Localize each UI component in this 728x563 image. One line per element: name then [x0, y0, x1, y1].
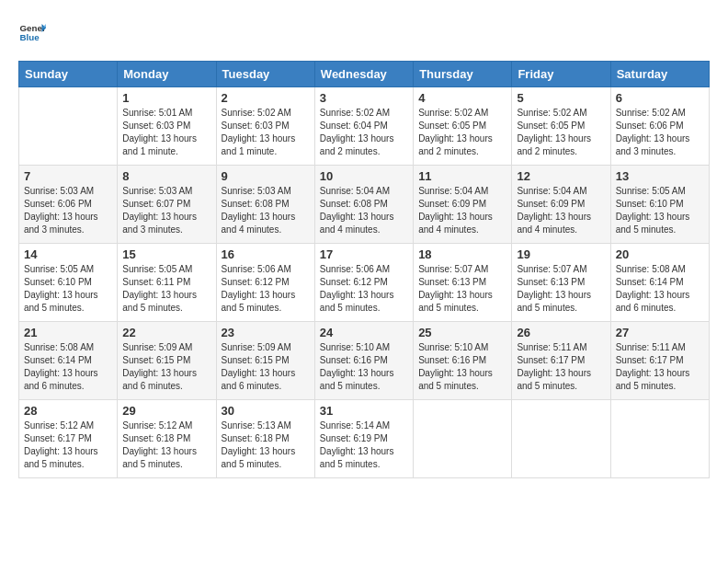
day-cell: 6 Sunrise: 5:02 AMSunset: 6:06 PMDayligh…: [610, 87, 709, 166]
logo: General Blue: [18, 18, 48, 46]
day-number: 21: [24, 326, 112, 339]
day-header-tuesday: Tuesday: [216, 62, 314, 87]
day-info: Sunrise: 5:02 AMSunset: 6:04 PMDaylight:…: [320, 107, 408, 158]
day-cell: [414, 400, 512, 478]
day-cell: 21 Sunrise: 5:08 AMSunset: 6:14 PMDaylig…: [19, 322, 118, 400]
day-info: Sunrise: 5:05 AMSunset: 6:10 PMDaylight:…: [24, 263, 112, 315]
day-header-monday: Monday: [118, 62, 216, 87]
day-info: Sunrise: 5:03 AMSunset: 6:07 PMDaylight:…: [122, 185, 210, 236]
day-cell: 24 Sunrise: 5:10 AMSunset: 6:16 PMDaylig…: [314, 322, 413, 400]
svg-text:Blue: Blue: [20, 32, 40, 42]
day-cell: 7 Sunrise: 5:03 AMSunset: 6:06 PMDayligh…: [19, 166, 118, 244]
day-info: Sunrise: 5:06 AMSunset: 6:12 PMDaylight:…: [320, 263, 408, 315]
day-number: 4: [418, 91, 506, 105]
day-cell: 14 Sunrise: 5:05 AMSunset: 6:10 PMDaylig…: [19, 244, 118, 322]
week-row-1: 1 Sunrise: 5:01 AMSunset: 6:03 PMDayligh…: [19, 87, 710, 166]
day-cell: 28 Sunrise: 5:12 AMSunset: 6:17 PMDaylig…: [19, 400, 118, 478]
week-row-3: 14 Sunrise: 5:05 AMSunset: 6:10 PMDaylig…: [19, 244, 710, 322]
day-number: 15: [122, 247, 210, 261]
day-info: Sunrise: 5:10 AMSunset: 6:16 PMDaylight:…: [320, 341, 408, 393]
day-info: Sunrise: 5:04 AMSunset: 6:09 PMDaylight:…: [418, 185, 506, 236]
day-number: 30: [222, 404, 310, 418]
day-cell: 10 Sunrise: 5:04 AMSunset: 6:08 PMDaylig…: [314, 166, 413, 244]
day-number: 26: [517, 326, 605, 339]
day-info: Sunrise: 5:06 AMSunset: 6:12 PMDaylight:…: [222, 263, 310, 315]
day-number: 8: [122, 169, 210, 183]
day-number: 25: [418, 326, 506, 339]
day-cell: [512, 400, 610, 478]
day-info: Sunrise: 5:03 AMSunset: 6:08 PMDaylight:…: [222, 185, 310, 236]
day-cell: 5 Sunrise: 5:02 AMSunset: 6:05 PMDayligh…: [512, 87, 610, 166]
day-cell: 3 Sunrise: 5:02 AMSunset: 6:04 PMDayligh…: [314, 87, 413, 166]
day-cell: 25 Sunrise: 5:10 AMSunset: 6:16 PMDaylig…: [414, 322, 512, 400]
day-info: Sunrise: 5:09 AMSunset: 6:15 PMDaylight:…: [222, 341, 310, 393]
day-number: 6: [616, 91, 704, 105]
day-cell: [19, 87, 118, 166]
day-number: 13: [616, 169, 704, 183]
day-cell: 18 Sunrise: 5:07 AMSunset: 6:13 PMDaylig…: [414, 244, 512, 322]
day-header-saturday: Saturday: [610, 62, 709, 87]
day-header-sunday: Sunday: [19, 62, 118, 87]
week-row-5: 28 Sunrise: 5:12 AMSunset: 6:17 PMDaylig…: [19, 400, 710, 478]
day-number: 7: [24, 169, 112, 183]
day-header-friday: Friday: [512, 62, 610, 87]
day-number: 10: [320, 169, 408, 183]
day-number: 31: [320, 404, 408, 418]
day-cell: 9 Sunrise: 5:03 AMSunset: 6:08 PMDayligh…: [216, 166, 314, 244]
calendar-table: SundayMondayTuesdayWednesdayThursdayFrid…: [18, 61, 710, 478]
day-number: 5: [517, 91, 605, 105]
day-cell: 23 Sunrise: 5:09 AMSunset: 6:15 PMDaylig…: [216, 322, 314, 400]
day-number: 2: [222, 91, 310, 105]
day-cell: 26 Sunrise: 5:11 AMSunset: 6:17 PMDaylig…: [512, 322, 610, 400]
day-info: Sunrise: 5:02 AMSunset: 6:06 PMDaylight:…: [616, 107, 704, 158]
day-info: Sunrise: 5:07 AMSunset: 6:13 PMDaylight:…: [418, 263, 506, 315]
day-info: Sunrise: 5:04 AMSunset: 6:08 PMDaylight:…: [320, 185, 408, 236]
day-cell: 12 Sunrise: 5:04 AMSunset: 6:09 PMDaylig…: [512, 166, 610, 244]
logo-icon: General Blue: [18, 18, 46, 46]
day-number: 24: [320, 326, 408, 339]
day-number: 23: [222, 326, 310, 339]
page-header: General Blue: [18, 18, 710, 46]
day-header-thursday: Thursday: [414, 62, 512, 87]
day-number: 19: [517, 247, 605, 261]
day-cell: 13 Sunrise: 5:05 AMSunset: 6:10 PMDaylig…: [610, 166, 709, 244]
day-cell: 22 Sunrise: 5:09 AMSunset: 6:15 PMDaylig…: [118, 322, 216, 400]
week-row-2: 7 Sunrise: 5:03 AMSunset: 6:06 PMDayligh…: [19, 166, 710, 244]
day-cell: 2 Sunrise: 5:02 AMSunset: 6:03 PMDayligh…: [216, 87, 314, 166]
day-info: Sunrise: 5:13 AMSunset: 6:18 PMDaylight:…: [222, 419, 310, 471]
day-number: 22: [122, 326, 210, 339]
day-info: Sunrise: 5:02 AMSunset: 6:05 PMDaylight:…: [517, 107, 605, 158]
day-info: Sunrise: 5:05 AMSunset: 6:11 PMDaylight:…: [122, 263, 210, 315]
day-info: Sunrise: 5:05 AMSunset: 6:10 PMDaylight:…: [616, 185, 704, 236]
day-info: Sunrise: 5:11 AMSunset: 6:17 PMDaylight:…: [616, 341, 704, 393]
day-info: Sunrise: 5:11 AMSunset: 6:17 PMDaylight:…: [517, 341, 605, 393]
day-info: Sunrise: 5:10 AMSunset: 6:16 PMDaylight:…: [418, 341, 506, 393]
day-info: Sunrise: 5:09 AMSunset: 6:15 PMDaylight:…: [122, 341, 210, 393]
day-cell: 31 Sunrise: 5:14 AMSunset: 6:19 PMDaylig…: [314, 400, 413, 478]
day-cell: 30 Sunrise: 5:13 AMSunset: 6:18 PMDaylig…: [216, 400, 314, 478]
day-number: 9: [222, 169, 310, 183]
day-info: Sunrise: 5:12 AMSunset: 6:18 PMDaylight:…: [122, 419, 210, 471]
day-info: Sunrise: 5:02 AMSunset: 6:05 PMDaylight:…: [418, 107, 506, 158]
day-cell: 1 Sunrise: 5:01 AMSunset: 6:03 PMDayligh…: [118, 87, 216, 166]
day-cell: 8 Sunrise: 5:03 AMSunset: 6:07 PMDayligh…: [118, 166, 216, 244]
week-row-4: 21 Sunrise: 5:08 AMSunset: 6:14 PMDaylig…: [19, 322, 710, 400]
day-info: Sunrise: 5:01 AMSunset: 6:03 PMDaylight:…: [122, 107, 210, 158]
day-info: Sunrise: 5:02 AMSunset: 6:03 PMDaylight:…: [222, 107, 310, 158]
calendar-header-row: SundayMondayTuesdayWednesdayThursdayFrid…: [19, 62, 710, 87]
day-cell: [610, 400, 709, 478]
day-cell: 17 Sunrise: 5:06 AMSunset: 6:12 PMDaylig…: [314, 244, 413, 322]
day-info: Sunrise: 5:08 AMSunset: 6:14 PMDaylight:…: [24, 341, 112, 393]
day-number: 20: [616, 247, 704, 261]
day-number: 28: [24, 404, 112, 418]
day-number: 17: [320, 247, 408, 261]
day-info: Sunrise: 5:14 AMSunset: 6:19 PMDaylight:…: [320, 419, 408, 471]
day-number: 18: [418, 247, 506, 261]
day-info: Sunrise: 5:04 AMSunset: 6:09 PMDaylight:…: [517, 185, 605, 236]
day-info: Sunrise: 5:07 AMSunset: 6:13 PMDaylight:…: [517, 263, 605, 315]
day-info: Sunrise: 5:03 AMSunset: 6:06 PMDaylight:…: [24, 185, 112, 236]
day-number: 16: [222, 247, 310, 261]
day-cell: 11 Sunrise: 5:04 AMSunset: 6:09 PMDaylig…: [414, 166, 512, 244]
day-number: 11: [418, 169, 506, 183]
day-number: 29: [122, 404, 210, 418]
